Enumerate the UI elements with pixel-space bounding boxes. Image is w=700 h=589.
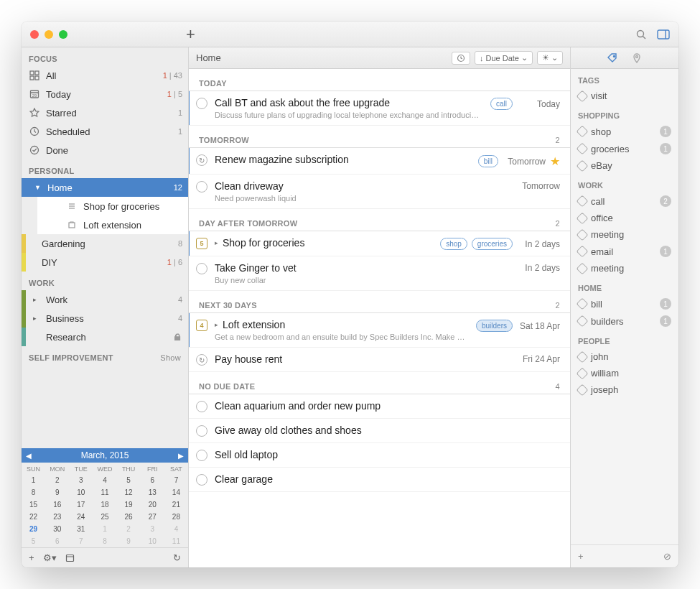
filter-icon[interactable]: ⊘ bbox=[663, 551, 671, 562]
cal-day[interactable]: 26 bbox=[117, 511, 141, 523]
cal-day[interactable]: 8 bbox=[22, 486, 45, 498]
task-checkbox[interactable] bbox=[196, 98, 207, 109]
cal-day[interactable]: 18 bbox=[93, 498, 116, 511]
tag-pill[interactable]: shop bbox=[440, 238, 467, 250]
cal-day[interactable]: 11 bbox=[93, 486, 116, 498]
tag-item[interactable]: shop1 bbox=[571, 123, 678, 140]
cal-day[interactable]: 4 bbox=[164, 523, 188, 535]
cal-day[interactable]: 1 bbox=[22, 474, 45, 486]
sidebar-item-done[interactable]: Done bbox=[22, 141, 188, 159]
cal-day[interactable]: 23 bbox=[45, 511, 69, 523]
tag-item[interactable]: email1 bbox=[571, 243, 678, 260]
task-checkbox[interactable] bbox=[196, 263, 207, 274]
cal-day[interactable]: 2 bbox=[45, 474, 69, 486]
cal-day[interactable]: 24 bbox=[69, 511, 93, 523]
minimize-button[interactable] bbox=[45, 30, 53, 39]
expand-icon[interactable]: ▸ bbox=[215, 321, 218, 328]
task-checkbox[interactable] bbox=[196, 401, 207, 412]
cal-day[interactable]: 27 bbox=[141, 511, 164, 523]
time-filter-button[interactable] bbox=[452, 52, 470, 65]
cal-day[interactable]: 5 bbox=[22, 535, 45, 547]
task-row[interactable]: Call BT and ask about the free upgradeDi… bbox=[189, 91, 570, 126]
tag-pill[interactable]: call bbox=[490, 98, 513, 110]
task-row[interactable]: Renew magazine subscriptionbillTomorrow★ bbox=[189, 148, 570, 175]
sidebar-item-home[interactable]: ▼ Home 12 bbox=[22, 178, 188, 197]
cal-day[interactable]: 4 bbox=[93, 474, 116, 486]
tag-item[interactable]: call2 bbox=[571, 193, 678, 210]
cal-day[interactable]: 6 bbox=[45, 535, 69, 547]
task-row[interactable]: 5▸Shop for groceriesshopgroceriesIn 2 da… bbox=[189, 231, 570, 256]
tag-item[interactable]: eBay bbox=[571, 157, 678, 174]
sidebar-item-today[interactable]: 29Today1 | 5 bbox=[22, 85, 188, 103]
sidebar-item-shop-groceries[interactable]: Shop for groceries bbox=[37, 197, 188, 215]
cal-day[interactable]: 17 bbox=[69, 498, 93, 511]
location-tab-icon[interactable] bbox=[632, 53, 642, 63]
tag-item[interactable]: groceries1 bbox=[571, 140, 678, 157]
task-row[interactable]: Sell old laptop bbox=[189, 443, 570, 468]
task-row[interactable]: Take Ginger to vetBuy new collarIn 2 day… bbox=[189, 256, 570, 291]
cal-day[interactable]: 9 bbox=[117, 535, 141, 547]
cal-day[interactable]: 14 bbox=[164, 486, 188, 498]
sidebar-item-starred[interactable]: Starred1 bbox=[22, 103, 188, 122]
cal-day[interactable]: 25 bbox=[93, 511, 116, 523]
cal-day[interactable]: 2 bbox=[117, 523, 141, 535]
calendar-icon[interactable] bbox=[65, 553, 75, 562]
cal-prev-button[interactable]: ◀ bbox=[26, 452, 32, 460]
sync-icon[interactable]: ↻ bbox=[173, 552, 181, 563]
cal-day[interactable]: 29 bbox=[22, 523, 45, 535]
tags-tab-icon[interactable] bbox=[607, 53, 617, 63]
cal-day[interactable]: 21 bbox=[164, 498, 188, 511]
cal-day[interactable]: 12 bbox=[117, 486, 141, 498]
cal-day[interactable]: 11 bbox=[164, 535, 188, 547]
task-row[interactable]: Clean aquarium and order new pump bbox=[189, 394, 570, 419]
cal-day[interactable]: 7 bbox=[69, 535, 93, 547]
view-options-button[interactable]: ☀︎ ⌄ bbox=[537, 51, 563, 65]
cal-day[interactable]: 20 bbox=[141, 498, 164, 511]
task-date-icon[interactable]: 4 bbox=[196, 320, 207, 331]
cal-day[interactable]: 6 bbox=[141, 474, 164, 486]
disclosure-triangle-icon[interactable]: ▸ bbox=[33, 296, 40, 303]
sidebar-item-all[interactable]: All1 | 43 bbox=[22, 66, 188, 85]
sidebar-item-research[interactable]: Research 🔒︎ bbox=[22, 328, 188, 346]
tag-item[interactable]: meeting bbox=[571, 260, 678, 277]
cal-day[interactable]: 7 bbox=[164, 474, 188, 486]
task-checkbox[interactable] bbox=[196, 181, 207, 193]
cal-day[interactable]: 9 bbox=[45, 486, 69, 498]
cal-day[interactable]: 10 bbox=[69, 486, 93, 498]
tag-pill[interactable]: bill bbox=[478, 155, 498, 167]
tag-item[interactable]: builders1 bbox=[571, 312, 678, 330]
cal-next-button[interactable]: ▶ bbox=[178, 452, 184, 460]
cal-day[interactable]: 31 bbox=[69, 523, 93, 535]
tag-item[interactable]: bill1 bbox=[571, 295, 678, 312]
cal-day[interactable]: 22 bbox=[22, 511, 45, 523]
cal-day[interactable]: 1 bbox=[93, 523, 116, 535]
cal-day[interactable]: 3 bbox=[141, 523, 164, 535]
cal-day[interactable]: 16 bbox=[45, 498, 69, 511]
tag-pill[interactable]: builders bbox=[476, 320, 513, 332]
sidebar-item-scheduled[interactable]: Scheduled1 bbox=[22, 122, 188, 141]
cal-day[interactable]: 30 bbox=[45, 523, 69, 535]
expand-icon[interactable]: ▸ bbox=[215, 239, 218, 246]
cal-day[interactable]: 13 bbox=[141, 486, 164, 498]
close-button[interactable] bbox=[30, 30, 39, 39]
add-button[interactable]: + bbox=[29, 552, 34, 563]
star-icon[interactable]: ★ bbox=[550, 154, 560, 168]
tag-item[interactable]: meeting bbox=[571, 226, 678, 243]
tag-item[interactable]: william bbox=[571, 365, 678, 381]
task-date-icon[interactable]: 5 bbox=[196, 238, 207, 249]
task-row[interactable]: Pay house rentFri 24 Apr bbox=[189, 348, 570, 372]
task-checkbox[interactable] bbox=[196, 425, 207, 437]
panel-toggle-icon[interactable] bbox=[657, 29, 670, 40]
sidebar-item-loft-extension[interactable]: Loft extension bbox=[37, 215, 188, 234]
task-row[interactable]: 4▸Loft extensionGet a new bedroom and an… bbox=[189, 313, 570, 348]
new-task-button[interactable]: + bbox=[186, 25, 195, 44]
sidebar-item-business[interactable]: ▸ Business 4 bbox=[22, 309, 188, 328]
task-repeat-icon[interactable] bbox=[196, 154, 207, 166]
cal-day[interactable]: 28 bbox=[164, 511, 188, 523]
sidebar-item-gardening[interactable]: Gardening 8 bbox=[22, 234, 188, 253]
cal-day[interactable]: 15 bbox=[22, 498, 45, 511]
task-row[interactable]: Clear garage bbox=[189, 468, 570, 492]
cal-day[interactable]: 19 bbox=[117, 498, 141, 511]
task-checkbox[interactable] bbox=[196, 474, 207, 486]
sidebar-item-diy[interactable]: DIY 1 | 6 bbox=[22, 253, 188, 272]
